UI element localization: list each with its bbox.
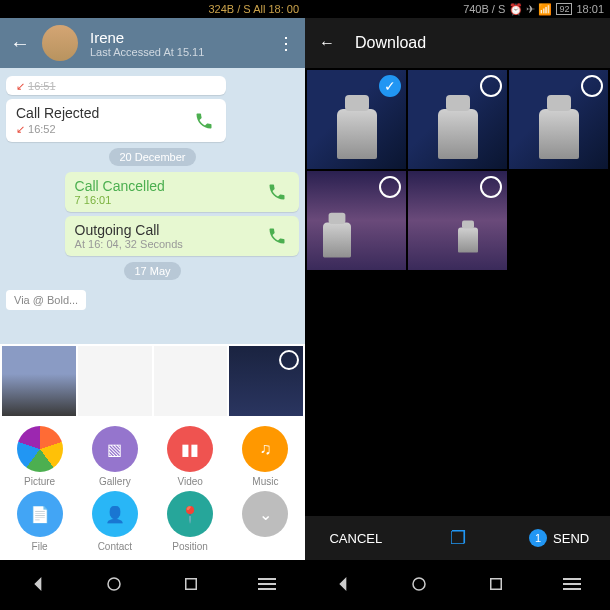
- status-bar-right: 740B / S⏰ ✈ 📶9218:01: [305, 0, 610, 18]
- camera-aperture-icon: [17, 426, 63, 472]
- contact-name[interactable]: Irene: [90, 29, 204, 46]
- outgoing-call-bubble[interactable]: Outgoing Call At 16: 04, 32 Seconds: [65, 216, 299, 256]
- attach-video[interactable]: ▮▮Video: [155, 426, 226, 487]
- back-icon[interactable]: ←: [10, 32, 30, 55]
- attach-music[interactable]: ♫Music: [230, 426, 301, 487]
- recent-thumb[interactable]: [229, 346, 303, 416]
- svg-rect-1: [185, 579, 196, 590]
- attach-more[interactable]: ⌄: [230, 491, 301, 552]
- video-icon: ▮▮: [167, 426, 213, 472]
- attach-file[interactable]: 📄File: [4, 491, 75, 552]
- gallery-image[interactable]: ✓: [307, 70, 406, 169]
- nav-home-icon[interactable]: [407, 572, 431, 596]
- attach-gallery[interactable]: ▧Gallery: [79, 426, 150, 487]
- page-title: Download: [355, 34, 426, 52]
- chevron-down-icon: ⌄: [242, 491, 288, 537]
- svg-point-5: [413, 578, 425, 590]
- file-icon: 📄: [17, 491, 63, 537]
- date-chip: 20 December: [109, 148, 195, 166]
- status-bar-left: 324B / S All 18: 00: [0, 0, 305, 18]
- gallery-image[interactable]: [408, 171, 507, 270]
- android-navbar: [0, 560, 610, 608]
- multi-select-icon[interactable]: ❐: [407, 527, 509, 549]
- gallery-image[interactable]: [307, 171, 406, 270]
- chat-area: ↙ 16:51 Call Rejected ↙ 16:52 20 Decembe…: [0, 68, 305, 318]
- via-chip[interactable]: Via @ Bold...: [6, 290, 86, 310]
- gallery-image[interactable]: [408, 70, 507, 169]
- headphones-icon: ♫: [242, 426, 288, 472]
- recent-thumb[interactable]: [78, 346, 152, 416]
- attach-panel: Picture ▧Gallery ▮▮Video ♫Music 📄File 👤C…: [0, 344, 305, 560]
- attach-picture[interactable]: Picture: [4, 426, 75, 487]
- nav-home-icon[interactable]: [102, 572, 126, 596]
- select-circle-icon[interactable]: [279, 350, 299, 370]
- recent-thumb[interactable]: [2, 346, 76, 416]
- select-circle-icon[interactable]: [581, 75, 603, 97]
- call-cancelled-bubble[interactable]: Call Cancelled 7 16:01: [65, 172, 299, 212]
- back-icon[interactable]: ←: [319, 34, 335, 52]
- nav-menu-icon[interactable]: [560, 572, 584, 596]
- menu-icon[interactable]: ⋯: [276, 35, 298, 51]
- gallery-header: ← Download: [305, 18, 610, 68]
- image-grid: ✓: [305, 68, 610, 272]
- chat-header: ← Irene Last Accessed At 15.11 ⋯: [0, 18, 305, 68]
- select-circle-icon[interactable]: [480, 75, 502, 97]
- avatar[interactable]: [42, 25, 78, 61]
- recent-thumb[interactable]: [154, 346, 228, 416]
- check-icon[interactable]: ✓: [379, 75, 401, 97]
- image-icon: ▧: [92, 426, 138, 472]
- cancel-button[interactable]: CANCEL: [305, 531, 407, 546]
- gallery-footer: CANCEL ❐ 1SEND: [305, 516, 610, 560]
- attach-contact[interactable]: 👤Contact: [79, 491, 150, 552]
- nav-back-icon[interactable]: [26, 572, 50, 596]
- location-icon: 📍: [167, 491, 213, 537]
- phone-icon[interactable]: [263, 222, 291, 250]
- nav-back-icon[interactable]: [331, 572, 355, 596]
- nav-menu-icon[interactable]: [255, 572, 279, 596]
- svg-rect-6: [490, 579, 501, 590]
- nav-recent-icon[interactable]: [484, 572, 508, 596]
- person-icon: 👤: [92, 491, 138, 537]
- phone-icon[interactable]: [263, 178, 291, 206]
- select-circle-icon[interactable]: [379, 176, 401, 198]
- attach-position[interactable]: 📍Position: [155, 491, 226, 552]
- call-rejected-bubble[interactable]: Call Rejected ↙ 16:52: [6, 99, 226, 142]
- svg-point-0: [108, 578, 120, 590]
- phone-icon[interactable]: [190, 107, 218, 135]
- select-circle-icon[interactable]: [480, 176, 502, 198]
- gallery-image[interactable]: [509, 70, 608, 169]
- call-bubble[interactable]: ↙ 16:51: [6, 76, 226, 95]
- send-button[interactable]: 1SEND: [508, 529, 610, 547]
- last-accessed: Last Accessed At 15.11: [90, 46, 204, 58]
- nav-recent-icon[interactable]: [179, 572, 203, 596]
- date-chip: 17 May: [124, 262, 180, 280]
